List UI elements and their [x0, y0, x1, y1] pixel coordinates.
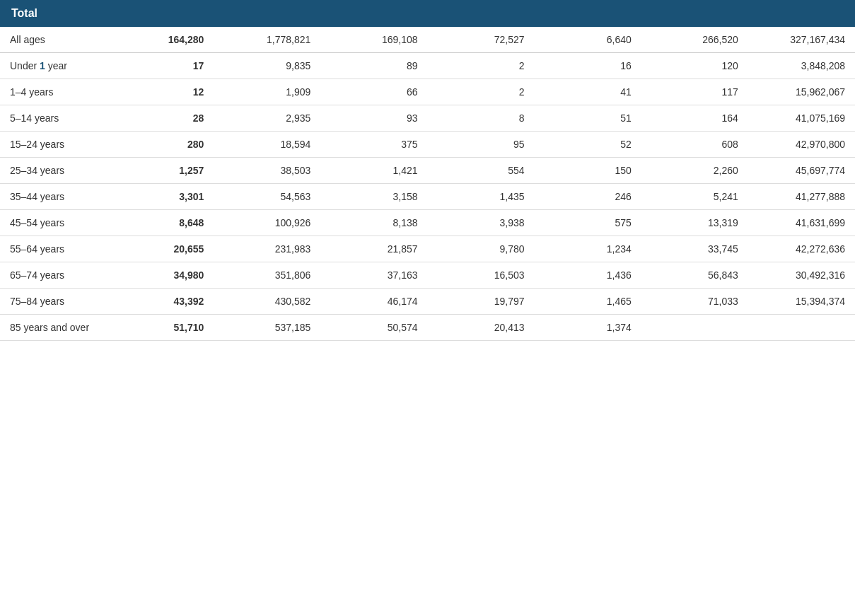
value-cell-5: 575 [535, 210, 641, 236]
value-cell-2: 231,983 [214, 236, 320, 262]
age-cell: Under 1 year [0, 53, 107, 79]
value-cell-2: 9,835 [214, 53, 320, 79]
value-cell-5: 41 [535, 79, 641, 105]
value-cell-4: 20,413 [428, 315, 535, 341]
value-cell-3: 89 [320, 53, 427, 79]
value-cell-7: 41,075,169 [748, 105, 855, 132]
value-cell-2: 1,778,821 [214, 27, 320, 53]
value-cell-5: 1,374 [535, 315, 641, 341]
value-cell-1: 28 [107, 105, 214, 132]
age-cell: 15–24 years [0, 132, 107, 158]
value-cell-1: 12 [107, 79, 214, 105]
age-cell: 85 years and over [0, 315, 107, 341]
table-row: Under 1 year179,835892161203,848,208 [0, 53, 855, 79]
value-cell-4: 3,938 [428, 210, 535, 236]
value-cell-1: 1,257 [107, 158, 214, 184]
value-cell-1: 3,301 [107, 184, 214, 210]
value-cell-1: 43,392 [107, 289, 214, 315]
age-cell: 5–14 years [0, 105, 107, 132]
value-cell-4: 19,797 [428, 289, 535, 315]
value-cell-6: 120 [641, 53, 748, 79]
value-cell-3: 1,421 [320, 158, 427, 184]
value-cell-1: 34,980 [107, 262, 214, 289]
main-container: Total All ages164,2801,778,821169,10872,… [0, 0, 855, 341]
value-cell-5: 52 [535, 132, 641, 158]
data-table: All ages164,2801,778,821169,10872,5276,6… [0, 27, 855, 341]
value-cell-7: 327,167,434 [748, 27, 855, 53]
age-cell: 65–74 years [0, 262, 107, 289]
value-cell-7: 42,272,636 [748, 236, 855, 262]
table-row: All ages164,2801,778,821169,10872,5276,6… [0, 27, 855, 53]
age-cell: 25–34 years [0, 158, 107, 184]
value-cell-1: 20,655 [107, 236, 214, 262]
value-cell-2: 54,563 [214, 184, 320, 210]
value-cell-5: 51 [535, 105, 641, 132]
value-cell-4: 8 [428, 105, 535, 132]
table-row: 65–74 years34,980351,80637,16316,5031,43… [0, 262, 855, 289]
value-cell-4: 16,503 [428, 262, 535, 289]
value-cell-3: 37,163 [320, 262, 427, 289]
table-row: 5–14 years282,9359385116441,075,169 [0, 105, 855, 132]
table-header: Total [0, 0, 855, 27]
value-cell-6: 33,745 [641, 236, 748, 262]
value-cell-4: 554 [428, 158, 535, 184]
value-cell-1: 8,648 [107, 210, 214, 236]
value-cell-3: 93 [320, 105, 427, 132]
value-cell-6 [641, 315, 748, 341]
age-cell: 35–44 years [0, 184, 107, 210]
value-cell-3: 50,574 [320, 315, 427, 341]
value-cell-3: 3,158 [320, 184, 427, 210]
value-cell-6: 266,520 [641, 27, 748, 53]
table-row: 45–54 years8,648100,9268,1383,93857513,3… [0, 210, 855, 236]
table-row: 1–4 years121,9096624111715,962,067 [0, 79, 855, 105]
value-cell-6: 164 [641, 105, 748, 132]
value-cell-6: 2,260 [641, 158, 748, 184]
value-cell-1: 51,710 [107, 315, 214, 341]
age-cell: All ages [0, 27, 107, 53]
value-cell-3: 66 [320, 79, 427, 105]
value-cell-1: 164,280 [107, 27, 214, 53]
value-cell-6: 13,319 [641, 210, 748, 236]
value-cell-2: 38,503 [214, 158, 320, 184]
age-cell: 75–84 years [0, 289, 107, 315]
value-cell-5: 16 [535, 53, 641, 79]
table-row: 25–34 years1,25738,5031,4215541502,26045… [0, 158, 855, 184]
value-cell-7: 15,962,067 [748, 79, 855, 105]
value-cell-4: 9,780 [428, 236, 535, 262]
value-cell-7: 15,394,374 [748, 289, 855, 315]
value-cell-3: 46,174 [320, 289, 427, 315]
value-cell-1: 17 [107, 53, 214, 79]
value-cell-2: 100,926 [214, 210, 320, 236]
value-cell-4: 1,435 [428, 184, 535, 210]
table-row: 85 years and over51,710537,18550,57420,4… [0, 315, 855, 341]
value-cell-5: 246 [535, 184, 641, 210]
value-cell-3: 375 [320, 132, 427, 158]
value-cell-2: 2,935 [214, 105, 320, 132]
value-cell-5: 6,640 [535, 27, 641, 53]
value-cell-6: 56,843 [641, 262, 748, 289]
value-cell-3: 21,857 [320, 236, 427, 262]
value-cell-2: 1,909 [214, 79, 320, 105]
value-cell-2: 430,582 [214, 289, 320, 315]
value-cell-6: 71,033 [641, 289, 748, 315]
value-cell-3: 8,138 [320, 210, 427, 236]
value-cell-4: 2 [428, 79, 535, 105]
value-cell-7: 30,492,316 [748, 262, 855, 289]
value-cell-7: 41,631,699 [748, 210, 855, 236]
header-title: Total [11, 7, 37, 19]
value-cell-5: 150 [535, 158, 641, 184]
value-cell-3: 169,108 [320, 27, 427, 53]
value-cell-5: 1,465 [535, 289, 641, 315]
value-cell-7: 3,848,208 [748, 53, 855, 79]
value-cell-7: 45,697,774 [748, 158, 855, 184]
value-cell-2: 18,594 [214, 132, 320, 158]
value-cell-4: 72,527 [428, 27, 535, 53]
value-cell-4: 2 [428, 53, 535, 79]
age-cell: 55–64 years [0, 236, 107, 262]
value-cell-2: 351,806 [214, 262, 320, 289]
value-cell-7: 42,970,800 [748, 132, 855, 158]
value-cell-1: 280 [107, 132, 214, 158]
age-cell: 1–4 years [0, 79, 107, 105]
value-cell-6: 117 [641, 79, 748, 105]
value-cell-5: 1,234 [535, 236, 641, 262]
